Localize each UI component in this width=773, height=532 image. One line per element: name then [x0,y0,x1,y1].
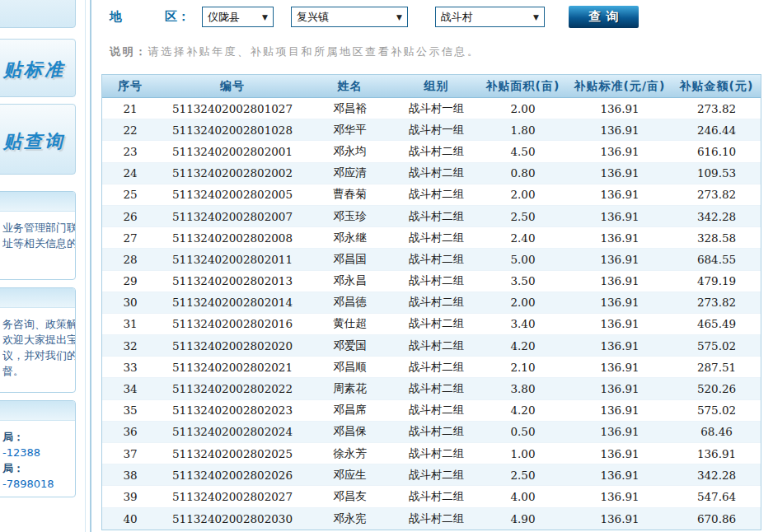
table-cell: 战斗村二组 [393,316,480,331]
table-cell: 136.91 [566,317,673,330]
table-cell: 21 [102,102,158,115]
table-cell: 51132402002802007 [158,210,307,223]
table-row: 3451132402002802022周素花战斗村二组3.80136.91520… [102,378,761,399]
table-row: 2751132402002802008邓永继战斗村二组2.40136.91328… [102,227,761,249]
table-cell: 1.00 [480,447,566,460]
table-cell: 战斗村一组 [393,101,480,116]
table-row: 2151132402002801027邓昌裕战斗村一组2.00136.91273… [102,98,761,119]
sidebar-info-box: 务咨询、政策解 欢迎大家提出宝 议，并对我们的 督。 [0,287,76,393]
table-cell: 2.50 [480,469,566,482]
table-cell: 32 [102,339,158,352]
info-box-header [0,192,75,212]
table-cell: 战斗村二组 [393,166,480,180]
table-cell: 0.80 [480,166,566,180]
table-cell: 3.50 [480,274,566,287]
table-cell: 35 [102,404,158,417]
contact-label: 局： [2,429,72,445]
county-select[interactable]: 仪陇县 ▼ [202,7,274,27]
table-row: 2651132402002802007邓玉珍战斗村二组2.50136.91342… [102,206,761,227]
table-cell: 575.02 [673,339,760,352]
contact-phone: -7898018 [2,476,72,492]
table-cell: 4.20 [480,339,566,352]
table-cell: 328.58 [673,231,760,245]
chevron-down-icon: ▼ [396,13,402,21]
table-cell: 28 [102,253,158,266]
table-cell: 邓昌德 [307,295,393,310]
table-cell: 邓应生 [307,468,393,483]
table-cell: 邓爱国 [307,338,393,353]
instruction-note: 说明：请选择补贴年度、补贴项目和所属地区查看补贴公示信息。 [110,44,480,59]
table-body: 2151132402002801027邓昌裕战斗村一组2.00136.91273… [102,98,761,530]
table-cell: 战斗村二组 [393,252,480,267]
table-cell: 51132402002801028 [158,124,307,137]
table-cell: 136.91 [566,231,673,245]
town-select-value: 复兴镇 [297,10,391,25]
table-cell: 136.91 [566,447,673,460]
table-cell: 邓永继 [307,231,393,245]
table-cell: 战斗村二组 [393,338,480,353]
chevron-down-icon: ▼ [262,13,268,21]
table-row: 3151132402002802016黄仕超战斗村二组3.40136.91465… [102,314,761,335]
table-cell: 5.00 [480,253,566,266]
query-button[interactable]: 查询 [569,6,639,28]
contact-phone: -12388 [2,445,72,460]
table-cell: 342.28 [673,469,760,482]
sidebar-contact-box: 局： -12388 局： -7898018 [0,400,76,497]
table-cell: 51132402002801027 [158,102,307,115]
village-select-value: 战斗村 [441,10,528,25]
table-cell: 38 [102,469,158,482]
table-cell: 616.10 [673,145,760,158]
table-row: 2551132402002802005曹春菊战斗村二组2.00136.91273… [102,184,761,206]
table-cell: 136.91 [566,404,673,417]
table-cell: 战斗村二组 [393,209,480,224]
table-cell: 战斗村二组 [393,231,480,245]
table-row: 3051132402002802014邓昌德战斗村二组2.00136.91273… [102,292,761,314]
column-header: 补贴标准(元/亩) [566,79,673,94]
table-cell: 51132402002802022 [158,382,307,395]
table-cell: 2.00 [480,188,566,201]
subsidy-table: 序号编号姓名组别补贴面积(亩)补贴标准(元/亩)补贴金额(元) 21511324… [101,74,761,530]
table-cell: 3.80 [480,382,566,395]
table-cell: 23 [102,145,158,158]
info-text: 址等相关信息的 [2,236,72,251]
info-text: 业务管理部门联 [2,220,72,236]
table-row: 3751132402002802025徐永芳战斗村二组1.00136.91136… [102,443,761,464]
sidebar-item-subsidy-disclosure[interactable]: 贴公示 [0,0,76,28]
sidebar-item-subsidy-standard[interactable]: 贴标准 [0,39,76,97]
table-cell: 342.28 [673,210,760,223]
town-select[interactable]: 复兴镇 ▼ [291,7,408,27]
table-cell: 4.20 [480,404,566,417]
info-box-header [0,401,75,421]
sidebar-item-label: 贴标准 [3,58,65,82]
table-cell: 51132402002802011 [158,253,307,266]
table-cell: 479.19 [673,274,760,287]
info-text: 议，并对我们的 [2,348,72,363]
table-cell: 36 [102,425,158,438]
table-cell: 51132402002802002 [158,166,307,180]
table-cell: 136.91 [566,210,673,223]
village-select[interactable]: 战斗村 ▼ [435,7,545,27]
table-cell: 51132402002802020 [158,339,307,352]
sidebar-item-subsidy-query[interactable]: 贴查询 [0,104,76,175]
table-cell: 26 [102,210,158,223]
table-cell: 136.91 [566,145,673,158]
table-row: 2851132402002802011邓昌国战斗村二组5.00136.91684… [102,249,761,270]
table-cell: 30 [102,296,158,309]
column-header: 补贴面积(亩) [480,79,566,94]
table-cell: 战斗村二组 [393,144,480,159]
info-box-header [0,288,75,308]
info-text: 务咨询、政策解 [2,316,72,332]
table-cell: 邓昌顺 [307,360,393,375]
table-row: 2251132402002801028邓华平战斗村一组1.80136.91246… [102,119,761,141]
table-cell: 51132402002802024 [158,425,307,438]
table-cell: 51132402002802030 [158,512,307,525]
table-cell: 39 [102,490,158,503]
table-cell: 2.40 [480,231,566,245]
table-cell: 136.91 [566,274,673,287]
table-cell: 136.91 [566,188,673,201]
table-cell: 136.91 [566,382,673,395]
table-cell: 51132402002802021 [158,361,307,374]
table-cell: 51132402002802027 [158,490,307,503]
column-header: 姓名 [307,79,393,94]
table-cell: 575.02 [673,404,760,417]
